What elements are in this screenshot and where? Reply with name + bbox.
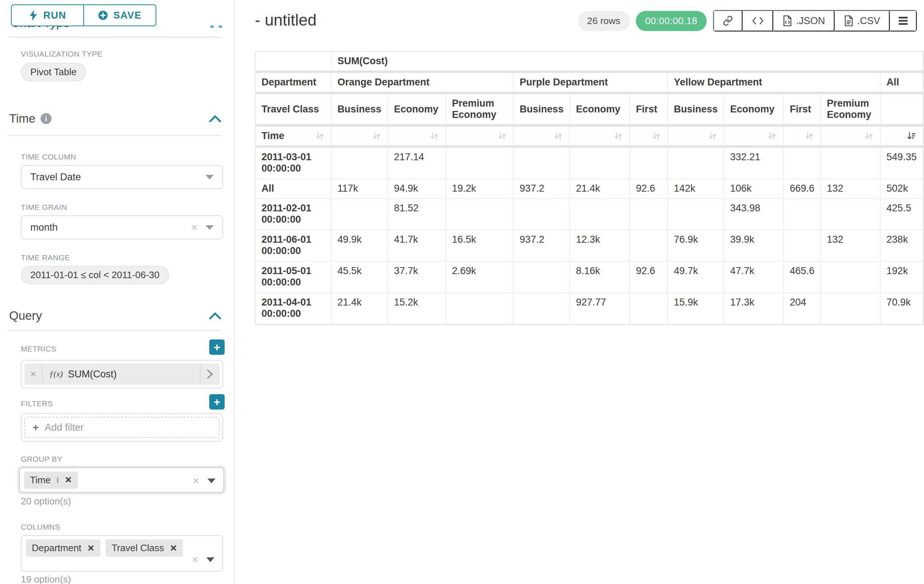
value-cell — [784, 199, 821, 230]
sort-icon[interactable] — [429, 131, 440, 141]
department-group-header: Purple Department — [514, 73, 668, 94]
value-cell: 21.4k — [332, 293, 388, 324]
chevron-right-icon[interactable] — [200, 364, 219, 385]
sort-icon[interactable] — [708, 131, 718, 141]
row-header: 2011-04-01 00:00:00 — [256, 293, 332, 324]
all-column-sort-header[interactable] — [881, 127, 923, 148]
visualization-type-pill[interactable]: Pivot Table — [21, 63, 86, 81]
chart-title[interactable]: - untitled — [255, 11, 317, 29]
caret-down-icon[interactable] — [206, 225, 214, 230]
group-by-select[interactable]: Time i ✕ × — [19, 467, 224, 493]
travel-class-header: First — [630, 94, 668, 127]
scrolled-icon-fragment — [219, 26, 222, 28]
column-sort-header[interactable] — [821, 127, 881, 148]
columns-tag-travel-class[interactable]: Travel Class ✕ — [106, 540, 183, 557]
group-by-tag-time[interactable]: Time i ✕ — [24, 472, 78, 489]
caret-down-icon[interactable] — [208, 479, 216, 483]
column-sort-header[interactable] — [570, 127, 630, 148]
query-section-header[interactable]: Query — [9, 309, 221, 322]
travel-class-header: Business — [332, 94, 388, 127]
sort-icon[interactable] — [613, 131, 624, 141]
column-sort-header[interactable] — [668, 127, 724, 148]
department-group-header: Yellow Department — [668, 73, 881, 94]
clear-icon[interactable]: × — [193, 475, 200, 486]
add-filter-dropzone[interactable]: + Add filter — [25, 417, 219, 438]
columns-options-hint: 19 option(s) — [21, 574, 71, 584]
tag-label: Travel Class — [111, 542, 164, 554]
more-menu-button[interactable] — [890, 10, 917, 31]
sort-icon[interactable] — [315, 131, 325, 141]
value-cell: 425.5 — [881, 199, 923, 230]
save-button[interactable]: SAVE — [83, 4, 156, 26]
value-cell: 117k — [332, 179, 388, 199]
menu-icon — [898, 16, 909, 26]
export-csv-button[interactable]: .CSV — [835, 10, 890, 31]
sort-descending-icon[interactable] — [906, 131, 917, 141]
code-icon — [752, 16, 764, 26]
tag-label: Department — [32, 542, 81, 554]
value-cell: 37.7k — [388, 262, 446, 293]
remove-tag-icon[interactable]: ✕ — [170, 543, 177, 553]
column-sort-header[interactable] — [784, 127, 821, 148]
filters-container: + Add filter — [21, 413, 223, 442]
time-grain-select[interactable]: month × — [21, 216, 223, 239]
value-cell: 41.7k — [388, 230, 446, 262]
column-sort-header[interactable] — [446, 127, 514, 148]
sort-icon[interactable] — [864, 131, 874, 141]
time-column-value: Travel Date — [30, 171, 81, 183]
time-column-select[interactable]: Travel Date — [21, 165, 223, 189]
sort-icon[interactable] — [497, 131, 507, 141]
share-link-button[interactable] — [713, 10, 742, 31]
caret-down-icon[interactable] — [206, 175, 214, 179]
column-sort-header[interactable] — [724, 127, 784, 148]
value-cell — [821, 293, 881, 324]
plus-circle-icon — [98, 10, 108, 20]
add-filter-button[interactable]: + — [209, 394, 224, 410]
column-sort-header[interactable] — [388, 127, 446, 148]
value-cell — [514, 148, 570, 179]
column-sort-header[interactable] — [332, 127, 388, 148]
department-axis-label: Department — [256, 73, 332, 94]
remove-metric-icon[interactable]: × — [25, 364, 43, 385]
time-range-pill[interactable]: 2011-01-01 ≤ col < 2011-06-30 — [21, 266, 169, 285]
department-group-header: All — [881, 73, 923, 94]
remove-tag-icon[interactable]: ✕ — [64, 475, 72, 485]
chevron-up-icon[interactable] — [209, 114, 221, 123]
remove-tag-icon[interactable]: ✕ — [87, 543, 95, 553]
columns-tag-department[interactable]: Department ✕ — [26, 540, 101, 557]
travel-class-header: Economy — [388, 94, 446, 127]
run-button[interactable]: RUN — [11, 4, 84, 26]
column-sort-header[interactable] — [514, 127, 570, 148]
result-toolbar: 26 rows 00:00:00.18 .JSON .CSV — [578, 10, 917, 32]
add-metric-button[interactable]: + — [209, 339, 224, 355]
sort-icon[interactable] — [767, 131, 777, 141]
export-json-button[interactable]: .JSON — [773, 10, 835, 31]
value-cell: 669.6 — [784, 179, 821, 199]
row-count-badge: 26 rows — [578, 11, 630, 31]
view-query-button[interactable] — [742, 10, 773, 31]
travel-class-header: Business — [514, 94, 570, 127]
row-header: 2011-03-01 00:00:00 — [256, 148, 332, 179]
time-column-label: TIME COLUMN — [21, 153, 76, 161]
sort-icon[interactable] — [651, 131, 662, 141]
info-icon: i — [41, 113, 51, 124]
table-row: 2011-04-01 00:00:0021.4k15.2k927.7715.9k… — [256, 293, 923, 324]
caret-down-icon[interactable] — [206, 558, 214, 562]
value-cell: 217.14 — [388, 148, 446, 179]
columns-label: COLUMNS — [21, 523, 60, 531]
column-sort-header[interactable] — [630, 127, 668, 148]
columns-select[interactable]: Department ✕ Travel Class ✕ × — [21, 535, 223, 572]
sort-icon[interactable] — [553, 131, 564, 141]
clear-icon[interactable]: × — [192, 554, 198, 565]
chevron-up-icon[interactable] — [209, 311, 221, 320]
time-sort-header[interactable]: Time — [256, 127, 332, 148]
sort-icon[interactable] — [804, 131, 814, 141]
clear-icon[interactable]: × — [191, 222, 198, 233]
value-cell — [821, 262, 881, 293]
sort-icon[interactable] — [371, 131, 382, 141]
run-save-button-group: RUN SAVE — [11, 4, 156, 26]
time-section-header[interactable]: Time i — [9, 112, 221, 125]
value-cell — [630, 293, 668, 324]
metric-pill[interactable]: × ƒ(x) SUM(Cost) — [25, 364, 219, 385]
value-cell — [668, 199, 724, 230]
